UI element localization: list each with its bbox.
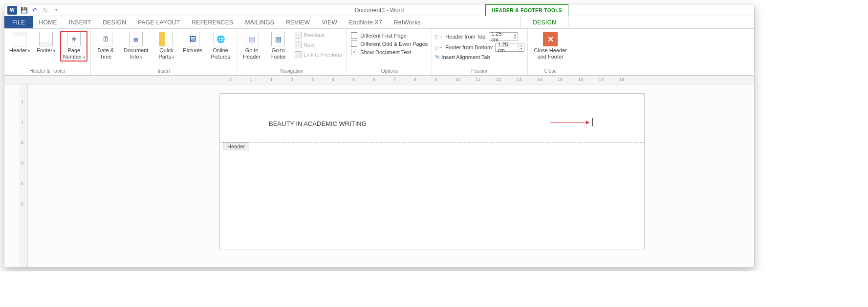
previous-label: Previous — [304, 32, 325, 38]
ruler-tick: 3 — [311, 77, 314, 82]
ruler-tick: 1 — [21, 120, 23, 124]
header-top-icon: ▯→ — [435, 34, 443, 40]
ruler-tick: 2 — [291, 77, 293, 82]
tab-file[interactable]: FILE — [4, 16, 33, 28]
ruler-tick: 9 — [434, 77, 437, 82]
goto-header-button[interactable]: ▤ Go to Header — [240, 31, 263, 61]
contextual-tab-group: HEADER & FOOTER TOOLS — [485, 4, 568, 16]
footer-bottom-icon: ▯→ — [435, 44, 443, 51]
title-bar: W 💾 ↶ ↻ ▾ Document3 - Word HEADER & FOOT… — [4, 4, 754, 16]
ruler-tick: 8 — [414, 77, 416, 82]
previous-icon — [295, 32, 302, 39]
ribbon-tabs: FILE HOME INSERT DESIGN PAGE LAYOUT REFE… — [4, 16, 754, 29]
close-header-footer-button[interactable]: ✕ Close Header and Footer — [531, 31, 570, 61]
footer-from-bottom-value: 1.25 cm — [496, 41, 518, 53]
ruler-tick: 5 — [352, 77, 355, 82]
close-icon: ✕ — [543, 32, 558, 46]
pictures-icon: 🖼 — [186, 32, 199, 46]
group-position-label: Position — [435, 67, 524, 75]
different-odd-even-checkbox[interactable]: Different Odd & Even Pages — [350, 40, 429, 47]
group-navigation-label: Navigation — [240, 67, 344, 75]
group-close-label: Close — [531, 67, 570, 75]
document-workspace: L 21123456789101112131415161718 112345 B… — [4, 76, 754, 267]
header-area[interactable]: BEAUTY IN ACADEMIC WRITING — [220, 94, 644, 143]
goto-header-label: Go to Header — [242, 47, 261, 60]
tab-review[interactable]: REVIEW — [280, 16, 316, 28]
ruler-tick: 3 — [21, 161, 23, 165]
group-options: Different First Page Different Odd & Eve… — [347, 29, 432, 75]
pictures-button[interactable]: 🖼 Pictures — [181, 31, 204, 55]
different-first-page-checkbox[interactable]: Different First Page — [350, 32, 429, 39]
spinner-arrows-icon[interactable]: ▲▼ — [518, 44, 524, 51]
quick-access-toolbar: W 💾 ↶ ↻ ▾ — [4, 6, 60, 15]
date-time-label: Date & Time — [96, 47, 115, 60]
group-header-footer: Header Footer # Page Number Header & Foo… — [4, 29, 91, 75]
header-text[interactable]: BEAUTY IN ACADEMIC WRITING — [269, 120, 367, 127]
ruler-tick: 15 — [558, 77, 563, 82]
window-title: Document3 - Word — [4, 7, 754, 14]
ruler-tick: 10 — [455, 77, 460, 82]
horizontal-ruler[interactable]: 21123456789101112131415161718 — [4, 76, 754, 84]
tab-refworks[interactable]: RefWorks — [388, 16, 427, 28]
document-page[interactable]: BEAUTY IN ACADEMIC WRITING Header — [219, 93, 645, 249]
header-from-top-value: 1.25 cm — [489, 31, 512, 42]
previous-button[interactable]: Previous — [293, 31, 344, 40]
group-close: ✕ Close Header and Footer Close — [528, 29, 573, 75]
spinner-arrows-icon[interactable]: ▲▼ — [512, 33, 518, 40]
header-from-top-label: Header from Top: — [445, 34, 487, 40]
tab-hf-design[interactable]: DESIGN — [521, 16, 568, 29]
footer-button[interactable]: Footer — [35, 31, 57, 55]
ruler-tick: 1 — [21, 99, 23, 104]
footer-from-bottom-input[interactable]: 1.25 cm ▲▼ — [495, 43, 524, 52]
group-navigation: ▤ Go to Header ▤ Go to Footer Previous N… — [237, 29, 347, 75]
tab-view[interactable]: VIEW — [316, 16, 343, 28]
tab-references[interactable]: REFERENCES — [186, 16, 239, 28]
vertical-ruler[interactable]: 112345 — [19, 84, 28, 267]
ruler-tick: 7 — [393, 77, 396, 82]
header-from-top-input[interactable]: 1.25 cm ▲▼ — [489, 32, 518, 41]
ruler-tick: 2 — [21, 140, 23, 145]
tab-home[interactable]: HOME — [33, 16, 63, 28]
insert-alignment-tab-button[interactable]: ↹ Insert Alignment Tab — [435, 53, 524, 61]
date-time-icon: 🗓 — [99, 32, 112, 46]
goto-footer-button[interactable]: ▤ Go to Footer — [266, 31, 290, 61]
tab-page-layout[interactable]: PAGE LAYOUT — [132, 16, 186, 28]
ruler-tick: 4 — [332, 77, 334, 82]
qat-more-icon[interactable]: ▾ — [52, 6, 60, 14]
ruler-tick: 1 — [270, 77, 273, 82]
tab-design[interactable]: DESIGN — [97, 16, 132, 28]
tab-mailings[interactable]: MAILINGS — [239, 16, 280, 28]
quick-parts-button[interactable]: Quick Parts — [154, 31, 178, 61]
show-document-text-checkbox[interactable]: ✓ Show Document Text — [350, 48, 429, 56]
word-window: W 💾 ↶ ↻ ▾ Document3 - Word HEADER & FOOT… — [4, 4, 755, 267]
page-number-icon: # — [67, 32, 81, 46]
checkbox-icon — [351, 32, 357, 39]
tab-insert[interactable]: INSERT — [63, 16, 97, 28]
ruler-tick: 13 — [517, 77, 521, 82]
footer-icon — [39, 32, 53, 46]
header-button[interactable]: Header — [7, 31, 32, 55]
redo-icon[interactable]: ↻ — [42, 6, 49, 14]
alignment-tab-icon: ↹ — [435, 54, 439, 60]
tab-endnote[interactable]: EndNote X7 — [343, 16, 388, 28]
word-app-icon: W — [7, 6, 17, 15]
undo-icon[interactable]: ↶ — [31, 6, 39, 14]
goto-footer-label: Go to Footer — [268, 47, 288, 60]
next-label: Next — [304, 42, 315, 48]
pictures-label: Pictures — [183, 47, 202, 54]
group-header-footer-label: Header & Footer — [7, 67, 87, 75]
header-region-tag: Header — [223, 143, 249, 150]
page-number-button[interactable]: # Page Number — [60, 31, 87, 61]
ruler-tick: 6 — [373, 77, 375, 82]
annotation-arrow — [550, 122, 589, 123]
header-icon — [13, 32, 26, 46]
next-button[interactable]: Next — [293, 41, 344, 49]
document-info-button[interactable]: ≣ Document Info — [120, 31, 152, 61]
save-icon[interactable]: 💾 — [20, 6, 28, 14]
date-time-button[interactable]: 🗓 Date & Time — [94, 31, 117, 61]
ruler-tick: 12 — [496, 77, 501, 82]
group-options-label: Options — [350, 67, 429, 75]
online-pictures-icon: 🌐 — [214, 32, 227, 46]
link-to-previous-button[interactable]: Link to Previous — [293, 50, 344, 59]
online-pictures-button[interactable]: 🌐 Online Pictures — [207, 31, 234, 61]
